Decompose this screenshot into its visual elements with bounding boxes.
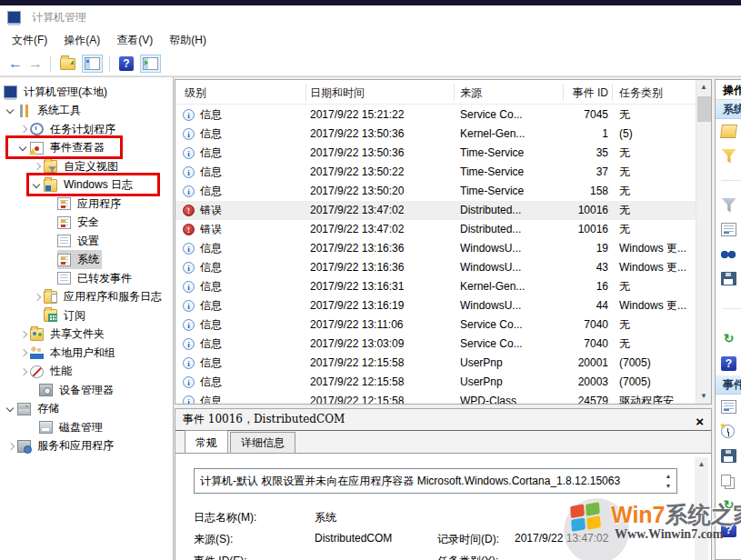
- column-header[interactable]: 事件 ID: [521, 85, 608, 101]
- action-refresh-event[interactable]: ↻: [716, 493, 741, 517]
- field-row: 来源(S): DistributedCOM 记录时间(D): 2017/9/22…: [194, 532, 675, 550]
- tree-item[interactable]: 性能: [0, 363, 173, 382]
- event-description-box[interactable]: 计算机-默认 权限设置并未向在应用程序容器 Microsoft.Windows.…: [194, 468, 677, 494]
- column-header[interactable]: 任务类别: [619, 85, 663, 101]
- tab-details[interactable]: 详细信息: [230, 432, 295, 453]
- action-refresh[interactable]: ↻: [716, 326, 741, 351]
- show-console-tree-button[interactable]: [82, 55, 103, 73]
- menu-item[interactable]: 查看(V): [108, 30, 161, 51]
- help-button[interactable]: ?: [116, 54, 136, 74]
- menu-item[interactable]: 帮助(H): [161, 30, 215, 51]
- chevron-down-icon[interactable]: [5, 403, 17, 415]
- tree-item[interactable]: 设置: [0, 232, 173, 251]
- event-row[interactable]: i信息2017/9/22 13:50:20Time-Service158无: [175, 182, 696, 201]
- action-help[interactable]: ?: [716, 351, 741, 375]
- event-row[interactable]: !错误2017/9/22 13:47:02Distributed...10016…: [175, 201, 696, 220]
- action-save-selected[interactable]: [716, 444, 741, 468]
- action-save-all-events[interactable]: [716, 266, 741, 291]
- info-icon: i: [183, 185, 195, 197]
- column-header[interactable]: 级别: [185, 85, 206, 101]
- event-row[interactable]: i信息2017/9/22 13:16:36WindowsU...19Window…: [175, 239, 696, 258]
- event-id: 44: [521, 296, 608, 315]
- action-copy[interactable]: [716, 468, 741, 493]
- tree-item[interactable]: 已转发事件: [0, 269, 173, 288]
- chevron-right-icon[interactable]: [17, 328, 30, 341]
- column-header[interactable]: 来源: [460, 85, 482, 101]
- tree-item[interactable]: 应用程序: [0, 195, 173, 214]
- action-properties[interactable]: [716, 217, 741, 242]
- tree-item[interactable]: 系统工具: [0, 102, 173, 121]
- event-row[interactable]: i信息2017/9/22 13:16:31Kernel-Gen...16无: [175, 277, 696, 296]
- shared-folders-icon: [30, 328, 44, 341]
- scroll-down-icon[interactable]: ▼: [696, 389, 711, 404]
- event-source: Distributed...: [460, 201, 521, 220]
- event-row[interactable]: i信息2017/9/22 13:50:36Time-Service35无: [175, 144, 696, 163]
- action-event-properties[interactable]: [716, 395, 741, 419]
- event-row[interactable]: i信息2017/9/22 13:11:06Service Co...7040无: [175, 315, 696, 335]
- copy-icon: [721, 475, 731, 486]
- menu-item[interactable]: 文件(F): [4, 30, 55, 51]
- action-create-custom-view[interactable]: [716, 144, 741, 168]
- back-arrow-icon[interactable]: ←: [5, 55, 25, 72]
- show-action-pane-button[interactable]: [140, 55, 161, 73]
- chevron-right-icon[interactable]: [17, 346, 30, 359]
- event-datetime: 2017/9/22 13:16:36: [310, 239, 404, 258]
- error-icon: !: [183, 224, 195, 235]
- subscriptions-icon: [44, 309, 57, 322]
- column-separator[interactable]: [454, 84, 455, 101]
- tab-general[interactable]: 常规: [185, 430, 228, 453]
- chevron-down-icon[interactable]: [5, 105, 17, 117]
- tree-item[interactable]: 磁盘管理: [0, 418, 173, 437]
- scrollbar-thumb[interactable]: [697, 96, 711, 122]
- scroll-up-icon[interactable]: ▲: [695, 457, 708, 472]
- event-datetime: 2017/9/22 15:21:22: [310, 105, 404, 125]
- chevron-right-icon[interactable]: [5, 440, 17, 453]
- chevron-right-icon[interactable]: [17, 123, 30, 135]
- action-help-event[interactable]: ?: [716, 517, 741, 542]
- tree-item[interactable]: 安全: [0, 214, 173, 233]
- event-row[interactable]: i信息2017/9/22 13:03:09Service Co...7040无: [175, 335, 696, 354]
- event-list: 级别日期和时间来源事件 ID任务类别 i信息2017/9/22 15:21:22…: [175, 79, 712, 405]
- event-row[interactable]: i信息2017/9/22 13:50:36Kernel-Gen...1(5): [175, 125, 696, 144]
- chevron-right-icon[interactable]: [31, 291, 44, 304]
- event-row[interactable]: i信息2017/9/22 15:21:22Service Co...7045无: [175, 105, 696, 125]
- action-find[interactable]: [716, 242, 741, 266]
- tree-item[interactable]: 设备管理器: [0, 381, 173, 400]
- action-attach-task[interactable]: [716, 419, 741, 444]
- action-filter-current-log[interactable]: [716, 193, 741, 217]
- action-open-saved-log[interactable]: [716, 119, 741, 144]
- tree-item[interactable]: 服务和应用程序: [0, 437, 173, 456]
- event-row[interactable]: i信息2017/9/22 13:50:22Time-Service37无: [175, 163, 696, 182]
- tree-item[interactable]: 计算机管理(本地): [0, 83, 173, 102]
- event-row[interactable]: i信息2017/9/22 12:15:58UserPnp20003(7005): [175, 373, 696, 392]
- event-row[interactable]: i信息2017/9/22 12:15:58WPD-Class24579驱动程序安: [175, 392, 696, 404]
- chevron-right-icon[interactable]: [17, 365, 30, 378]
- event-row[interactable]: !错误2017/9/22 13:47:02Distributed...10016…: [175, 220, 696, 239]
- titlebar[interactable]: 计算机管理: [0, 5, 741, 29]
- log-icon: [57, 197, 71, 210]
- event-task-category: 无: [619, 144, 630, 163]
- detail-scrollbar[interactable]: ▲: [695, 457, 708, 560]
- task-category-label: 任务类别(Y):: [437, 554, 515, 560]
- event-row[interactable]: i信息2017/9/22 13:16:36WindowsU...43Window…: [175, 258, 696, 277]
- filter-gray-icon: [721, 198, 736, 213]
- event-row[interactable]: i信息2017/9/22 12:15:58UserPnp20001(7005): [175, 354, 696, 373]
- menu-item[interactable]: 操作(A): [55, 30, 108, 51]
- column-header[interactable]: 日期和时间: [310, 85, 365, 101]
- list-scrollbar[interactable]: ▲ ▼: [696, 80, 711, 404]
- chevron-right-icon[interactable]: [31, 160, 44, 173]
- tree-item[interactable]: 共享文件夹: [0, 325, 173, 345]
- tree-item[interactable]: 系统: [0, 251, 173, 270]
- tree-item[interactable]: 订阅: [0, 306, 173, 325]
- column-separator[interactable]: [305, 84, 306, 101]
- export-list-button[interactable]: [57, 55, 78, 73]
- column-separator[interactable]: [612, 84, 613, 101]
- close-icon[interactable]: ×: [696, 411, 704, 432]
- scroll-up-icon[interactable]: ▲: [696, 80, 711, 95]
- tree-item[interactable]: 存储: [0, 400, 173, 419]
- spinner-arrows-icon[interactable]: ▲▼: [662, 471, 675, 491]
- event-row[interactable]: i信息2017/9/22 13:16:19WindowsU...44Window…: [175, 296, 696, 315]
- tree-item[interactable]: 本地用户和组: [0, 344, 173, 363]
- forward-arrow-icon[interactable]: →: [25, 55, 45, 72]
- tree-item[interactable]: 应用程序和服务日志: [0, 288, 173, 307]
